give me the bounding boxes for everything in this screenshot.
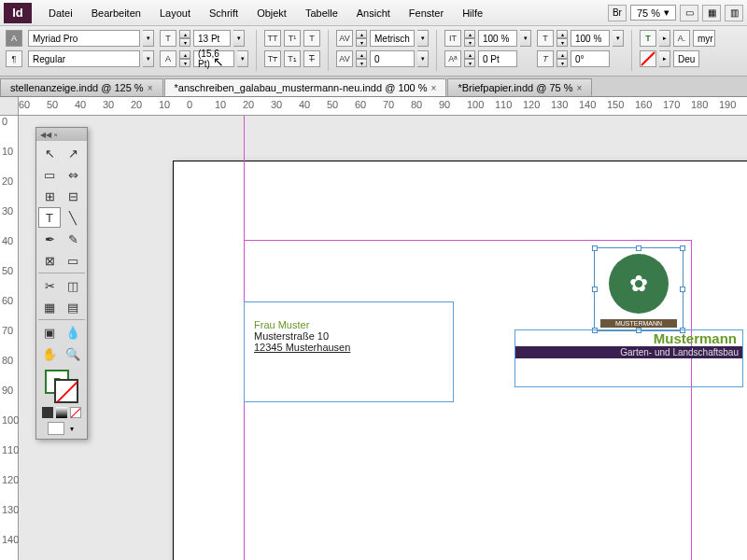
menu-ansicht[interactable]: Ansicht [347,4,400,22]
pen-tool[interactable]: ✒ [38,229,61,249]
leading-value[interactable]: (15,6 Pt) [193,50,234,67]
ruler-origin[interactable] [0,97,19,116]
font-size-value[interactable]: 13 Pt [193,30,231,47]
note-tool[interactable]: ▣ [38,322,61,343]
page-tool[interactable]: ▭ [38,164,61,185]
subscript-icon[interactable]: T₁ [284,50,301,67]
close-icon[interactable]: × [431,83,437,93]
logo-frame[interactable]: ✿ MUSTERMANN [594,247,684,331]
menu-datei[interactable]: Datei [39,4,82,22]
fill-stroke-swatch[interactable]: T [45,370,78,403]
line-tool[interactable]: ╲ [62,207,84,228]
apply-gradient-icon[interactable] [56,407,67,418]
menu-schrift[interactable]: Schrift [200,4,247,22]
baseline-spinner[interactable]: ▴▾ [464,50,475,67]
view-mode-icon[interactable]: ▭ [680,5,698,21]
skew-icon: T [537,50,554,67]
toolbox-header[interactable]: ◀◀ × [36,128,87,141]
no-fill-icon[interactable] [640,50,656,67]
menu-tabelle[interactable]: Tabelle [296,4,347,22]
chevron-down-icon[interactable]: ▾ [613,30,624,47]
skew-value[interactable]: 0° [571,50,610,67]
tab-briefpapier[interactable]: *Briefpapier.indd @ 75 %× [447,78,592,96]
smallcaps-icon[interactable]: Tᴛ [264,50,281,67]
underline-icon[interactable]: T [303,30,320,47]
style-search[interactable]: myr [693,30,715,47]
brand-subline: Garten- und Landschaftsbau [515,346,742,358]
hscale-spinner[interactable]: ▴▾ [557,30,568,47]
menu-bearbeiten[interactable]: Bearbeiten [82,4,150,22]
arrange-icon[interactable]: ▥ [725,5,743,21]
menu-layout[interactable]: Layout [150,4,200,22]
type-tool[interactable]: T [38,207,61,228]
vscale-value[interactable]: 100 % [478,30,517,47]
chevron-down-icon[interactable]: ▾ [237,50,248,67]
strike-icon[interactable]: T̶ [303,50,320,67]
char-mode-icon[interactable]: A [6,30,22,47]
zoom-level[interactable]: 75 % ▾ [630,5,676,21]
kerning-value[interactable]: Metrisch [370,30,415,47]
skew-spinner[interactable]: ▴▾ [557,50,568,67]
size-spinner[interactable]: ▴▾ [179,30,190,47]
hscale-value[interactable]: 100 % [571,30,610,47]
baseline-value[interactable]: 0 Pt [478,50,517,67]
toolbox[interactable]: ◀◀ × ↖ ↗ ▭ ⇔ ⊞ ⊟ T ╲ ✒ ✎ ⊠ ▭ ✂ ◫ ▦ ▤ ▣ 💧… [35,127,88,440]
normal-view-icon[interactable] [48,422,64,435]
kerning-spinner[interactable]: ▴▾ [356,30,367,47]
allcaps-icon[interactable]: TT [264,30,281,47]
chevron-down-icon[interactable]: ▾ [417,50,429,67]
leading-spinner[interactable]: ▴▾ [179,50,190,67]
view-mode-dropdown[interactable]: ▾ [67,422,77,435]
brand-text-frame[interactable]: Mustermann Garten- und Landschaftsbau [514,329,743,387]
gradient-feather-tool[interactable]: ▤ [62,297,84,317]
rectangle-frame-tool[interactable]: ⊠ [38,250,61,271]
para-mode-icon[interactable]: ¶ [6,50,22,67]
menu-fenster[interactable]: Fenster [400,4,453,22]
selection-tool[interactable]: ↖ [38,143,61,163]
char-color-icon[interactable]: T [640,30,656,47]
tab-stellenanzeige[interactable]: stellenanzeige.indd @ 125 %× [0,78,163,96]
divider [436,30,437,71]
font-family-field[interactable]: Myriad Pro ▾ [28,30,154,47]
screen-mode-icon[interactable]: ▦ [702,5,721,21]
divider [328,30,329,71]
close-icon[interactable]: × [577,83,583,93]
tracking-icon: AV [336,50,353,67]
char-style-icon[interactable]: A. [673,30,690,47]
content-collector-tool[interactable]: ⊞ [38,186,61,206]
apply-none-icon[interactable] [70,407,81,418]
bridge-icon[interactable]: Br [608,5,627,21]
direct-selection-tool[interactable]: ↗ [62,143,84,163]
chevron-down-icon[interactable]: ▸ [659,50,670,67]
eyedropper-tool[interactable]: 💧 [62,322,84,343]
tab-anschreiben[interactable]: *anschreiben_galabau_mustermann-neu.indd… [164,78,447,96]
pencil-tool[interactable]: ✎ [62,229,84,249]
close-icon[interactable]: × [148,83,153,93]
zoom-tool[interactable]: 🔍 [62,343,84,364]
gap-tool[interactable]: ⇔ [62,164,84,185]
address-text-frame[interactable]: Frau Muster Musterstraße 10 12345 Muster… [244,301,454,402]
vscale-spinner[interactable]: ▴▾ [464,30,475,47]
lang-value[interactable]: Deu [673,50,699,67]
ruler-vertical: 0102030405060708090100110120130140 [0,116,19,560]
stroke-swatch[interactable] [54,379,78,403]
menu-objekt[interactable]: Objekt [247,4,296,22]
canvas[interactable]: Frau Muster Musterstraße 10 12345 Muster… [19,116,747,560]
chevron-down-icon[interactable]: ▸ [659,30,670,47]
kerning-icon: AV [336,30,353,47]
chevron-down-icon[interactable]: ▾ [520,30,531,47]
superscript-icon[interactable]: T¹ [284,30,301,47]
chevron-down-icon[interactable]: ▾ [417,30,429,47]
gradient-swatch-tool[interactable]: ▦ [38,297,61,317]
rectangle-tool[interactable]: ▭ [62,250,84,271]
tracking-value[interactable]: 0 [370,50,415,67]
hand-tool[interactable]: ✋ [38,343,61,364]
menu-hilfe[interactable]: Hilfe [453,4,492,22]
scissors-tool[interactable]: ✂ [38,275,61,296]
font-style-field[interactable]: Regular ▾ [28,50,154,67]
chevron-down-icon[interactable]: ▾ [233,30,245,47]
apply-color-icon[interactable] [42,407,53,418]
tracking-spinner[interactable]: ▴▾ [356,50,367,67]
content-placer-tool[interactable]: ⊟ [62,186,84,206]
free-transform-tool[interactable]: ◫ [62,275,84,296]
